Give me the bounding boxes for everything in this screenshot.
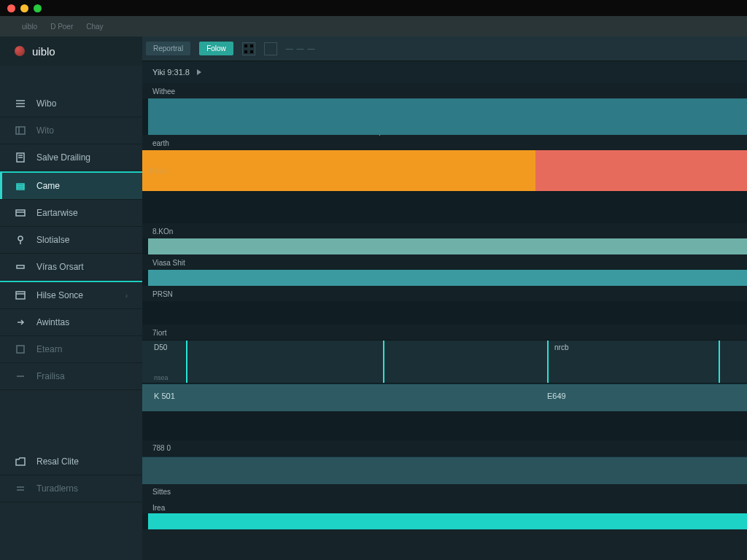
- slider-icon: [15, 483, 26, 494]
- sidebar-item-wito[interactable]: Wito: [0, 117, 142, 144]
- track-label: 8.KOn: [142, 223, 747, 238]
- marker-label: Sittes: [142, 484, 747, 500]
- track-row-2[interactable]: Rean: [142, 150, 747, 191]
- track-row-3[interactable]: [142, 238, 747, 254]
- play-icon[interactable]: [197, 69, 201, 75]
- app-menu-name: uiblo: [22, 23, 37, 31]
- svg-rect-2: [244, 50, 247, 53]
- tick-label: D50: [154, 343, 167, 351]
- track-label: earth: [142, 135, 747, 150]
- time-ruler[interactable]: D50 nrcb nsea: [142, 340, 747, 384]
- svg-rect-15: [17, 184, 24, 185]
- svg-rect-10: [16, 127, 25, 134]
- square-icon: [15, 343, 26, 355]
- card-icon: [15, 207, 26, 219]
- tag-icon: [15, 261, 26, 273]
- svg-rect-18: [16, 210, 25, 216]
- svg-rect-16: [17, 186, 24, 187]
- timeline-header: Yiki 9:31.8: [142, 61, 747, 83]
- values-row[interactable]: K 501 E649: [142, 384, 747, 411]
- sidebar-item-sonce[interactable]: Hilse Sonce ›: [0, 281, 142, 309]
- sidebar-item-awinttas[interactable]: Awinttas: [0, 309, 142, 336]
- sidebar-item-drailing[interactable]: Salve Drailing: [0, 144, 142, 171]
- values-row-2[interactable]: [142, 456, 747, 484]
- svg-rect-25: [17, 346, 24, 353]
- timeline-editor: Yiki 9:31.8 Withee earth Rean 8.KOn Vias…: [142, 61, 747, 560]
- sidebar: Wibo Wito Salve Drailing Came Eartarwise…: [0, 61, 142, 560]
- tracks-area: Withee earth Rean 8.KOn Viasa Shit PRSN: [142, 83, 747, 560]
- sidebar-item-label: Frailisa: [36, 371, 65, 381]
- sidebar-item-etearn[interactable]: Etearn: [0, 336, 142, 363]
- sidebar-item-label: Wito: [36, 125, 54, 136]
- brand-logo-icon: [15, 46, 25, 56]
- svg-rect-23: [16, 292, 25, 299]
- svg-rect-0: [244, 44, 247, 47]
- sidebar-item-label: Víras Orsart: [36, 262, 84, 272]
- tab-strip: uiblo D Poer Chay: [0, 16, 747, 36]
- clip-teal-light[interactable]: [148, 238, 747, 254]
- tick-sublabel: nsea: [154, 374, 169, 381]
- value-right: E649: [547, 392, 566, 400]
- sidebar-item-label: Hilse Sonce: [36, 290, 83, 300]
- chevron-right-icon: ›: [125, 292, 128, 300]
- sidebar-item-resal[interactable]: Resal Clite: [0, 448, 142, 475]
- sidebar-item-eartarwise[interactable]: Eartarwise: [0, 200, 142, 227]
- sidebar-item-wibo[interactable]: Wibo: [0, 90, 142, 117]
- project-title: Yiki 9:31.8: [152, 68, 190, 77]
- svg-point-20: [18, 236, 23, 241]
- track-spacer: [142, 301, 747, 324]
- ruler-marker[interactable]: [186, 341, 187, 383]
- arrow-icon: [15, 316, 26, 328]
- grid-view-icon[interactable]: [242, 42, 255, 55]
- clip-teal-med[interactable]: [148, 270, 747, 286]
- window-minimize-button[interactable]: [20, 4, 28, 12]
- menu-icon: [15, 98, 26, 109]
- sidebar-item-orsart[interactable]: Víras Orsart: [0, 254, 142, 281]
- track-spacer: [142, 191, 747, 223]
- sidebar-item-came[interactable]: Came: [0, 171, 142, 200]
- sidebar-item-label: Awinttas: [36, 317, 69, 327]
- panel-icon: [15, 125, 26, 136]
- toolbar-button-follow[interactable]: Folow: [199, 42, 233, 55]
- clip-cyan[interactable]: [148, 513, 747, 529]
- stack-icon: [15, 180, 26, 192]
- toolbar-hint: — — —: [286, 44, 316, 52]
- sidebar-item-label: Salve Drailing: [36, 152, 90, 163]
- list-view-icon[interactable]: [264, 42, 277, 55]
- ruler-marker[interactable]: [719, 341, 720, 383]
- clip-coral[interactable]: [535, 150, 747, 191]
- clip-label: Rean: [150, 167, 167, 175]
- sidebar-item-frailisa[interactable]: Frailisa: [0, 363, 142, 390]
- window-icon: [15, 289, 26, 301]
- toolbar-button-report[interactable]: Reportral: [146, 42, 190, 55]
- sidebar-item-label: Turadlerns: [36, 483, 78, 494]
- track-label: Withee: [142, 83, 747, 98]
- browser-tab-1[interactable]: D Poer: [50, 23, 73, 31]
- browser-tab-2[interactable]: Chay: [86, 23, 103, 31]
- sidebar-item-label: Came: [36, 181, 60, 191]
- svg-rect-17: [17, 188, 24, 190]
- document-icon: [15, 152, 26, 163]
- ruler-marker[interactable]: [547, 341, 549, 383]
- sidebar-item-label: Slotialse: [36, 235, 69, 245]
- sidebar-item-label: Resal Clite: [36, 456, 79, 467]
- sidebar-item-turadlerns[interactable]: Turadlerns: [0, 475, 142, 502]
- sidebar-item-label: Eartarwise: [36, 208, 78, 218]
- sidebar-item-slotialse[interactable]: Slotialse: [0, 227, 142, 254]
- timeline-label: 7iort: [142, 324, 747, 340]
- track-row-1[interactable]: [142, 98, 747, 135]
- window-close-button[interactable]: [7, 4, 15, 12]
- clip-orange[interactable]: Rean: [142, 150, 535, 191]
- svg-rect-1: [250, 44, 253, 47]
- clip-teal-1[interactable]: [148, 98, 747, 135]
- os-titlebar: [0, 0, 747, 16]
- value-left: K 501: [154, 392, 175, 400]
- window-zoom-button[interactable]: [34, 4, 42, 12]
- track-row-4[interactable]: [142, 270, 747, 286]
- track-row-bottom[interactable]: [142, 513, 747, 529]
- svg-rect-22: [17, 265, 24, 268]
- sidebar-item-label: Wibo: [36, 98, 56, 109]
- track-label: Viasa Shit: [142, 254, 747, 270]
- track-spacer: [142, 411, 747, 440]
- ruler-marker[interactable]: [383, 341, 384, 383]
